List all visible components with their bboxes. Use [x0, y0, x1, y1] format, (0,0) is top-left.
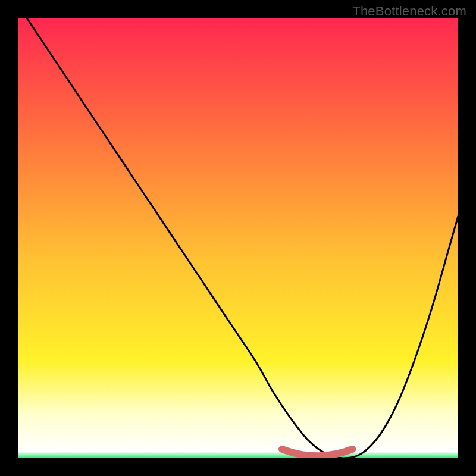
- curve-layer: [18, 18, 458, 458]
- watermark-text: TheBottleneck.com: [352, 4, 466, 19]
- optimal-range-marker: [282, 449, 352, 456]
- plot-area: [18, 18, 458, 458]
- bottleneck-curve: [27, 18, 458, 458]
- chart-frame: TheBottleneck.com: [0, 0, 476, 476]
